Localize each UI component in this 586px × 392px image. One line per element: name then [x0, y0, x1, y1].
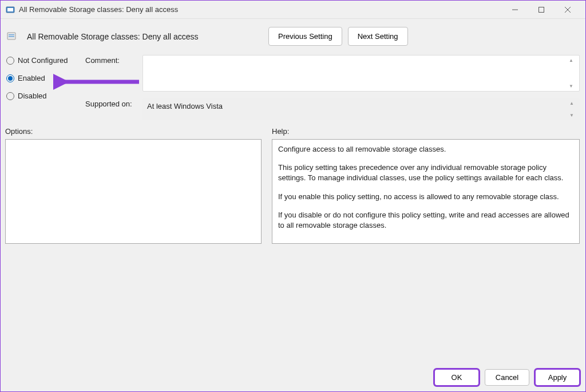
svg-rect-3: [539, 7, 544, 12]
supported-value: At least Windows Vista: [147, 102, 223, 110]
options-label: Options:: [5, 127, 262, 136]
arrow-up-icon: ▲: [569, 58, 577, 63]
previous-setting-button[interactable]: Previous Setting: [268, 27, 342, 46]
radio-label: Not Configured: [18, 56, 68, 65]
radio-label: Disabled: [18, 92, 47, 100]
radio-icon: [6, 57, 14, 65]
help-label: Help:: [272, 127, 580, 136]
fields: Comment: ▲ ▼ Supported on: At least Wind…: [85, 55, 580, 120]
supported-row: Supported on: At least Windows Vista ▲ ▼: [85, 98, 580, 120]
policy-icon: [6, 31, 18, 42]
scroll-arrows[interactable]: ▲ ▼: [569, 58, 577, 89]
svg-rect-7: [9, 34, 14, 35]
next-setting-button[interactable]: Next Setting: [348, 27, 408, 46]
comment-label: Comment:: [85, 55, 137, 92]
help-text: If you disable or do not configure this …: [278, 210, 573, 231]
arrow-up-icon: ▲: [569, 101, 577, 106]
supported-label: Supported on:: [85, 98, 137, 120]
radio-label: Enabled: [18, 74, 45, 82]
radio-not-configured[interactable]: Not Configured: [6, 56, 80, 65]
help-text: Configure access to all removable storag…: [278, 144, 573, 155]
svg-rect-8: [9, 36, 14, 37]
help-text: This policy setting takes precedence ove…: [278, 163, 573, 183]
help-box: Configure access to all removable storag…: [272, 139, 580, 244]
comment-row: Comment: ▲ ▼: [85, 55, 580, 92]
supported-box: At least Windows Vista ▲ ▼: [142, 98, 580, 120]
radio-icon: [6, 92, 14, 100]
titlebar: All Removable Storage classes: Deny all …: [1, 1, 585, 19]
comment-input[interactable]: ▲ ▼: [142, 55, 580, 92]
options-box: [5, 139, 262, 244]
close-button[interactable]: [555, 1, 581, 19]
radio-icon: [6, 74, 14, 82]
options-column: Options:: [5, 127, 262, 244]
footer-buttons: OK Cancel Apply: [434, 369, 580, 386]
help-column: Help: Configure access to all removable …: [272, 127, 580, 244]
svg-rect-1: [7, 8, 13, 11]
window-controls: [502, 1, 581, 19]
radio-disabled[interactable]: Disabled: [6, 92, 80, 100]
scroll-arrows[interactable]: ▲ ▼: [569, 101, 577, 118]
apply-button[interactable]: Apply: [535, 369, 580, 386]
arrow-down-icon: ▼: [569, 84, 577, 89]
maximize-button[interactable]: [528, 1, 555, 19]
radio-group: Not Configured Enabled Disabled: [6, 55, 80, 120]
config-area: Not Configured Enabled Disabled Comment:…: [1, 53, 585, 120]
minimize-button[interactable]: [502, 1, 528, 19]
policy-title: All Removable Storage classes: Deny all …: [27, 32, 262, 41]
cancel-button[interactable]: Cancel: [485, 369, 529, 386]
header: All Removable Storage classes: Deny all …: [1, 19, 585, 53]
window-title: All Removable Storage classes: Deny all …: [19, 5, 502, 14]
ok-button[interactable]: OK: [434, 369, 479, 386]
radio-enabled[interactable]: Enabled: [6, 74, 80, 82]
app-icon: [5, 5, 15, 15]
arrow-down-icon: ▼: [569, 113, 577, 118]
help-text: If you enable this policy setting, no ac…: [278, 192, 573, 202]
nav-buttons: Previous Setting Next Setting: [268, 27, 408, 46]
sections: Options: Help: Configure access to all r…: [1, 120, 585, 244]
